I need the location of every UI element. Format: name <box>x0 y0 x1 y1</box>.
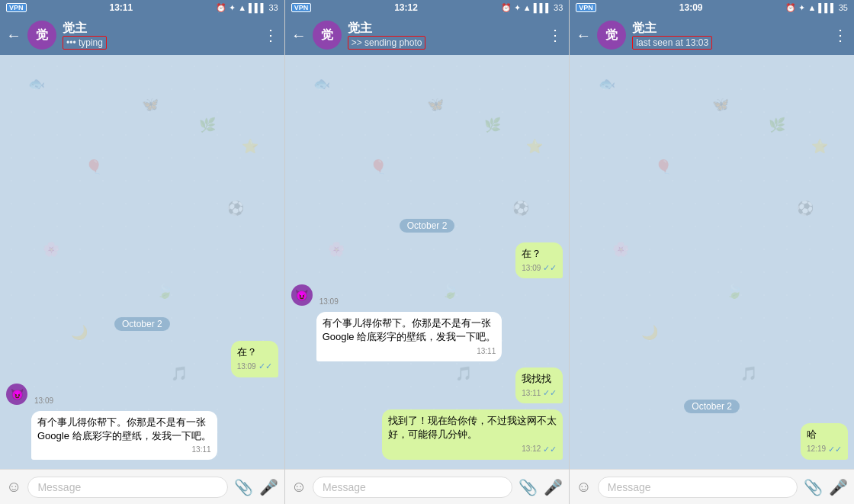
more-options-button[interactable]: ⋮ <box>263 26 278 44</box>
emoji-button[interactable]: ☺ <box>6 478 21 496</box>
message-row: 我找找13:11✓✓ <box>291 368 563 404</box>
message-bubble-sent: 在？13:09✓✓ <box>515 242 563 279</box>
message-meta: 13:09✓✓ <box>522 262 557 274</box>
status-left: VPN <box>291 3 312 12</box>
message-time: 13:12 <box>522 444 541 454</box>
status-highlight-text: last seen at 13:03 <box>632 36 712 50</box>
contact-name: 觉主 <box>348 21 542 35</box>
status-right: ⏰ ✦ ▲ ▌▌▌ 35 <box>785 3 848 13</box>
phone-panel-3: VPN 13:09 ⏰ ✦ ▲ ▌▌▌ 35 ←觉觉主last seen at … <box>570 0 854 504</box>
vpn-badge: VPN <box>6 3 27 12</box>
message-meta: 13:11✓✓ <box>522 387 557 399</box>
emoji-button[interactable]: ☺ <box>291 478 307 496</box>
status-time: 13:12 <box>394 2 418 13</box>
message-meta: 13:11 <box>37 445 211 455</box>
battery-icon: 33 <box>554 3 563 12</box>
message-text: 哈 <box>807 428 842 441</box>
input-bar: ☺Message📎🎤 <box>0 469 284 504</box>
message-row: 有个事儿得你帮下。你那是不是有一张 Google 给底彩字的壁纸，发我一下吧。1… <box>291 312 563 361</box>
bluetooth-icon: ✦ <box>229 3 236 13</box>
signal-icon: ▌▌▌ <box>249 3 266 12</box>
status-highlight-text: ••• typing <box>63 36 107 50</box>
message-time: 13:11 <box>192 445 211 455</box>
chat-header: ←觉觉主••• typing⋮ <box>0 15 284 55</box>
avatar: 觉 <box>597 21 626 50</box>
message-input[interactable]: Message <box>598 477 798 498</box>
contact-name: 觉主 <box>63 21 257 35</box>
emoji-button[interactable]: ☺ <box>576 478 591 496</box>
message-text: 在？ <box>237 345 272 359</box>
message-input[interactable]: Message <box>27 477 227 498</box>
back-button[interactable]: ← <box>291 27 307 43</box>
attach-button[interactable]: 📎 <box>804 478 823 496</box>
message-text: 我找找 <box>522 372 557 386</box>
header-info: 觉主last seen at 13:03 <box>632 21 827 50</box>
message-meta: 13:11 <box>323 346 496 357</box>
vpn-badge: VPN <box>576 3 596 12</box>
message-text: 找到了！现在给你传，不过我这网不太 好，可能得几分钟。 <box>388 414 557 441</box>
signal-icon: ▌▌▌ <box>534 3 551 12</box>
header-info: 觉主>> sending photo <box>348 21 542 50</box>
message-bubble-sent: 我找找13:11✓✓ <box>515 368 563 404</box>
message-checkmark: ✓✓ <box>258 361 272 372</box>
avatar: 觉 <box>27 21 56 50</box>
status-time: 13:09 <box>679 2 703 13</box>
status-left: VPN <box>6 3 27 12</box>
chat-messages: October 2在？13:09✓✓😈13:09有个事儿得你帮下。你那是不是有一… <box>6 63 278 461</box>
chat-messages: October 2在？13:09✓✓😈13:09有个事儿得你帮下。你那是不是有一… <box>291 63 563 461</box>
message-time: 13:11 <box>522 388 541 399</box>
input-bar: ☺Message📎🎤 <box>285 469 570 504</box>
status-time: 13:11 <box>109 2 133 13</box>
mic-button[interactable]: 🎤 <box>544 478 563 496</box>
mic-button[interactable]: 🎤 <box>829 478 848 496</box>
contact-name: 觉主 <box>632 21 827 35</box>
bluetooth-icon: ✦ <box>798 3 805 13</box>
message-row: 哈12:19✓✓ <box>576 423 848 460</box>
contact-status: last seen at 13:03 <box>632 36 827 50</box>
date-separator: October 2 <box>291 218 563 232</box>
status-right: ⏰ ✦ ▲ ▌▌▌ 33 <box>216 3 278 13</box>
back-button[interactable]: ← <box>6 27 21 43</box>
message-meta: 13:12✓✓ <box>388 444 557 455</box>
message-bubble-sent: 哈12:19✓✓ <box>801 423 848 460</box>
message-row: 找到了！现在给你传，不过我这网不太 好，可能得几分钟。13:12✓✓ <box>291 409 563 460</box>
date-separator: October 2 <box>576 399 848 413</box>
wifi-icon: ▲ <box>238 3 246 12</box>
message-bubble-received: 有个事儿得你帮下。你那是不是有一张 Google 给底彩字的壁纸，发我一下吧。1… <box>31 411 217 460</box>
message-time: 13:09 <box>522 263 541 274</box>
alarm-icon: ⏰ <box>785 3 796 13</box>
message-checkmark: ✓✓ <box>828 444 842 455</box>
message-row: 在？13:09✓✓ <box>6 341 278 377</box>
avatar: 觉 <box>313 21 342 50</box>
header-info: 觉主••• typing <box>63 21 257 50</box>
message-row: 😈13:09 <box>291 284 563 306</box>
message-bubble-sent: 找到了！现在给你传，不过我这网不太 好，可能得几分钟。13:12✓✓ <box>382 409 563 460</box>
signal-icon: ▌▌▌ <box>818 3 836 12</box>
phone-panel-2: VPN 13:12 ⏰ ✦ ▲ ▌▌▌ 33 ←觉觉主>> sending ph… <box>285 0 570 504</box>
status-right: ⏰ ✦ ▲ ▌▌▌ 33 <box>501 3 563 13</box>
status-left: VPN <box>576 3 596 12</box>
message-meta: 13:09✓✓ <box>237 361 272 372</box>
wifi-icon: ▲ <box>523 3 531 12</box>
chat-area: 🐟🌿🎈⚽🌸🍃🦋🌙⭐🎵October 2哈12:19✓✓ <box>570 55 854 469</box>
message-checkmark: ✓✓ <box>543 262 557 274</box>
message-meta: 12:19✓✓ <box>807 444 842 455</box>
attach-button[interactable]: 📎 <box>518 478 538 496</box>
vpn-badge: VPN <box>291 3 312 12</box>
message-input[interactable]: Message <box>313 477 512 498</box>
attach-button[interactable]: 📎 <box>234 478 253 496</box>
date-separator: October 2 <box>6 316 278 330</box>
chat-header: ←觉觉主>> sending photo⋮ <box>285 15 570 55</box>
message-bubble-received: 有个事儿得你帮下。你那是不是有一张 Google 给底彩字的壁纸，发我一下吧。1… <box>316 312 502 361</box>
message-text: 有个事儿得你帮下。你那是不是有一张 Google 给底彩字的壁纸，发我一下吧。 <box>323 316 496 344</box>
message-time: 13:11 <box>477 346 496 357</box>
mic-button[interactable]: 🎤 <box>259 478 278 496</box>
battery-icon: 35 <box>839 3 848 12</box>
status-highlight-text: >> sending photo <box>348 36 426 50</box>
more-options-button[interactable]: ⋮ <box>833 26 848 44</box>
message-text: 在？ <box>522 247 557 261</box>
input-bar: ☺Message📎🎤 <box>570 469 854 504</box>
wifi-icon: ▲ <box>807 3 816 12</box>
back-button[interactable]: ← <box>576 27 591 43</box>
more-options-button[interactable]: ⋮ <box>547 26 563 44</box>
